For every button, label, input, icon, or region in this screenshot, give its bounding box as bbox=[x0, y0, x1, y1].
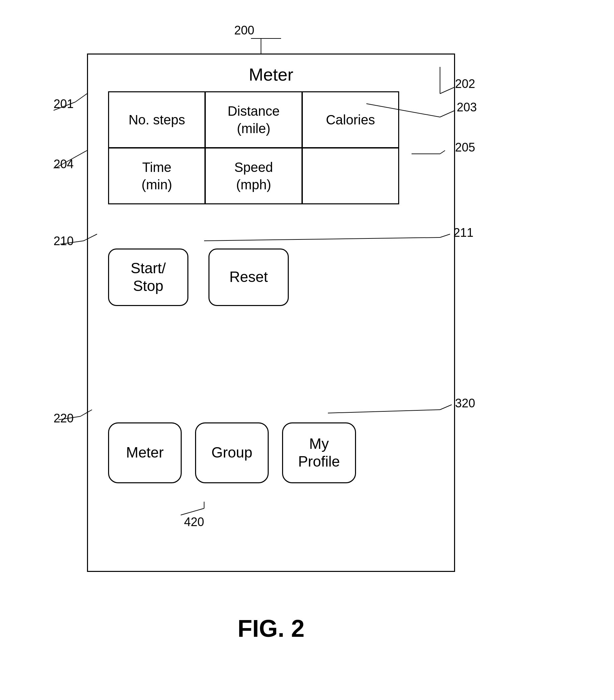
ref-202: 202 bbox=[455, 77, 475, 91]
stats-row-1: No. steps Distance(mile) Calories bbox=[109, 92, 398, 148]
stats-cell-steps: No. steps bbox=[109, 92, 205, 148]
ref-200: 200 bbox=[234, 23, 254, 37]
nav-tab-group[interactable]: Group bbox=[195, 422, 269, 483]
ref-204: 204 bbox=[53, 157, 74, 171]
action-buttons-area: Start/Stop Reset bbox=[108, 249, 289, 306]
ref-205: 205 bbox=[455, 140, 475, 154]
reset-button[interactable]: Reset bbox=[208, 249, 289, 306]
ref-210: 210 bbox=[53, 234, 74, 248]
stats-cell-speed: Speed(mph) bbox=[205, 148, 302, 203]
stats-cell-empty bbox=[302, 148, 398, 203]
nav-tabs-area: Meter Group MyProfile bbox=[108, 422, 356, 483]
ref-320: 320 bbox=[455, 396, 475, 410]
ref-220: 220 bbox=[53, 411, 74, 425]
stats-row-2: Time(min) Speed(mph) bbox=[109, 148, 398, 203]
meter-title: Meter bbox=[88, 64, 454, 85]
ref-203: 203 bbox=[457, 100, 477, 114]
stats-grid: No. steps Distance(mile) Calories Time(m… bbox=[108, 91, 399, 204]
stats-cell-distance: Distance(mile) bbox=[205, 92, 302, 148]
nav-tab-my-profile[interactable]: MyProfile bbox=[282, 422, 356, 483]
main-device-box: Meter No. steps Distance(mile) Calories … bbox=[87, 53, 455, 572]
stats-cell-calories: Calories bbox=[302, 92, 398, 148]
stats-cell-time: Time(min) bbox=[109, 148, 205, 203]
diagram-container: 200 201 202 203 204 205 210 211 220 320 … bbox=[53, 20, 522, 655]
start-stop-button[interactable]: Start/Stop bbox=[108, 249, 188, 306]
svg-line-4 bbox=[75, 93, 87, 102]
figure-caption: FIG. 2 bbox=[53, 615, 489, 642]
ref-201: 201 bbox=[53, 97, 74, 111]
ref-211: 211 bbox=[453, 226, 474, 240]
nav-tab-meter[interactable]: Meter bbox=[108, 422, 182, 483]
